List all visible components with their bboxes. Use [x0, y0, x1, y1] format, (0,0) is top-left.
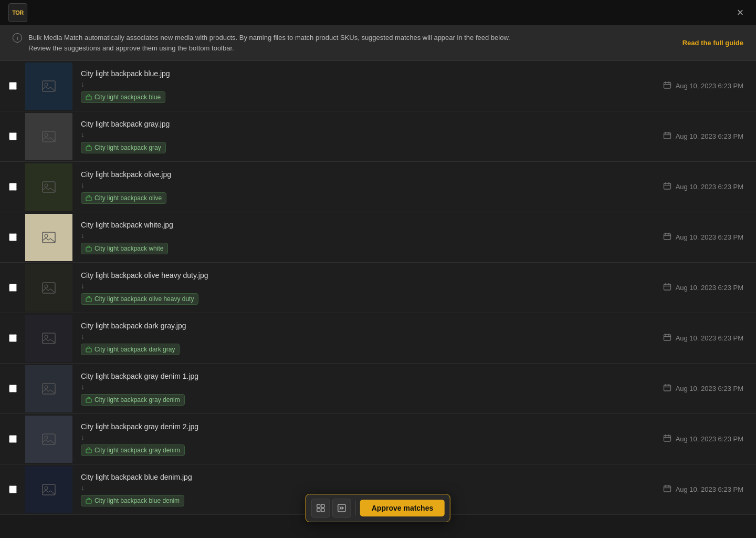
- svg-rect-32: [43, 484, 55, 495]
- svg-rect-2: [86, 96, 91, 100]
- row-checkbox[interactable]: [9, 435, 17, 443]
- row-checkbox[interactable]: [9, 82, 17, 90]
- svg-rect-37: [321, 504, 324, 508]
- calendar-icon: [663, 384, 671, 394]
- tag-bag-icon: [86, 397, 92, 403]
- date-text: Aug 10, 2023 6:23 PM: [676, 82, 743, 90]
- thumbnail: [25, 113, 72, 160]
- select-all-button[interactable]: [311, 499, 330, 518]
- thumbnail: [25, 315, 72, 362]
- tag-bag-icon: [86, 94, 92, 100]
- calendar-icon: [663, 434, 671, 444]
- bottom-toolbar: Approve matches: [306, 494, 450, 522]
- row-arrow-icon: ↓: [81, 332, 655, 340]
- row-checkbox-container: [0, 284, 25, 292]
- row-content: City light backpack gray denim 2.jpg ↓ C…: [72, 416, 663, 462]
- row-arrow-icon: ↓: [81, 130, 655, 139]
- banner-text: Bulk Media Match automatically associate…: [28, 33, 510, 53]
- svg-point-17: [45, 285, 48, 288]
- svg-rect-12: [43, 232, 55, 243]
- svg-point-13: [45, 234, 48, 237]
- date-text: Aug 10, 2023 6:23 PM: [676, 385, 743, 392]
- thumbnail: [25, 214, 72, 261]
- calendar-icon: [663, 131, 671, 141]
- row-product-tag: City light backpack gray: [81, 142, 166, 153]
- svg-rect-15: [664, 234, 670, 240]
- table-row: City light backpack olive heavy duty.jpg…: [0, 263, 756, 313]
- calendar-icon: [663, 232, 671, 242]
- row-date: Aug 10, 2023 6:23 PM: [663, 434, 756, 444]
- svg-point-25: [45, 386, 48, 389]
- info-icon: i: [13, 33, 22, 43]
- row-content: City light backpack olive heavy duty.jpg…: [72, 265, 663, 311]
- row-arrow-icon: ↓: [81, 433, 655, 441]
- table-row: City light backpack olive.jpg ↓ City lig…: [0, 162, 756, 212]
- thumbnail: [25, 416, 72, 463]
- table-row: City light backpack blue.jpg ↓ City ligh…: [0, 61, 756, 111]
- row-checkbox[interactable]: [9, 183, 17, 191]
- thumbnail: [25, 63, 72, 110]
- close-button[interactable]: ×: [733, 5, 748, 20]
- row-filename: City light backpack gray denim 2.jpg: [81, 422, 655, 431]
- svg-rect-39: [321, 509, 324, 512]
- thumbnail: [25, 163, 72, 211]
- svg-rect-3: [664, 82, 670, 88]
- media-feed-list: City light backpack blue.jpg ↓ City ligh…: [0, 61, 756, 538]
- row-checkbox[interactable]: [9, 385, 17, 392]
- date-text: Aug 10, 2023 6:23 PM: [676, 334, 743, 342]
- calendar-icon: [663, 81, 671, 91]
- date-text: Aug 10, 2023 6:23 PM: [676, 183, 743, 191]
- row-product-tag: City light backpack olive: [81, 192, 166, 204]
- tag-bag-icon: [86, 144, 92, 151]
- row-content: City light backpack blue.jpg ↓ City ligh…: [72, 63, 663, 109]
- row-filename: City light backpack white.jpg: [81, 221, 655, 229]
- banner-left: i Bulk Media Match automatically associa…: [13, 33, 510, 53]
- table-row: City light backpack dark gray.jpg ↓ City…: [0, 313, 756, 364]
- tag-bag-icon: [86, 447, 92, 453]
- svg-rect-26: [86, 399, 91, 402]
- date-text: Aug 10, 2023 6:23 PM: [676, 284, 743, 292]
- row-checkbox[interactable]: [9, 485, 17, 493]
- svg-point-21: [45, 335, 48, 338]
- row-checkbox-container: [0, 233, 25, 241]
- row-date: Aug 10, 2023 6:23 PM: [663, 333, 756, 343]
- row-checkbox-container: [0, 132, 25, 140]
- row-product-tag: City light backpack blue: [81, 91, 165, 103]
- row-filename: City light backpack blue denim.jpg: [81, 473, 655, 481]
- thumbnail: [25, 264, 72, 312]
- row-product-tag: City light backpack olive heavy duty: [81, 293, 198, 305]
- date-text: Aug 10, 2023 6:23 PM: [676, 132, 743, 140]
- svg-point-9: [45, 184, 48, 187]
- row-checkbox-container: [0, 485, 25, 493]
- deselect-button[interactable]: [332, 499, 351, 518]
- row-checkbox[interactable]: [9, 334, 17, 342]
- row-date: Aug 10, 2023 6:23 PM: [663, 484, 756, 494]
- date-text: Aug 10, 2023 6:23 PM: [676, 435, 743, 443]
- calendar-icon: [663, 333, 671, 343]
- row-date: Aug 10, 2023 6:23 PM: [663, 81, 756, 91]
- svg-rect-38: [317, 509, 320, 512]
- row-checkbox[interactable]: [9, 233, 17, 241]
- table-row: City light backpack gray.jpg ↓ City ligh…: [0, 111, 756, 162]
- read-guide-button[interactable]: Read the full guide: [682, 39, 743, 47]
- svg-rect-28: [43, 434, 55, 444]
- svg-rect-18: [86, 298, 91, 302]
- toolbar-divider: [355, 501, 356, 515]
- row-date: Aug 10, 2023 6:23 PM: [663, 283, 756, 293]
- row-checkbox[interactable]: [9, 284, 17, 292]
- row-date: Aug 10, 2023 6:23 PM: [663, 182, 756, 192]
- app-logo: TOR: [8, 3, 27, 22]
- row-content: City light backpack gray.jpg ↓ City ligh…: [72, 113, 663, 160]
- row-checkbox[interactable]: [9, 132, 17, 140]
- row-filename: City light backpack gray denim 1.jpg: [81, 372, 655, 380]
- svg-rect-31: [664, 436, 670, 441]
- row-date: Aug 10, 2023 6:23 PM: [663, 384, 756, 394]
- row-checkbox-container: [0, 435, 25, 443]
- svg-point-1: [45, 83, 48, 86]
- svg-rect-11: [664, 183, 670, 189]
- approve-matches-button[interactable]: Approve matches: [360, 500, 445, 516]
- thumbnail: [25, 466, 72, 513]
- row-filename: City light backpack blue.jpg: [81, 69, 655, 78]
- svg-rect-0: [43, 81, 55, 91]
- thumbnail: [25, 365, 72, 412]
